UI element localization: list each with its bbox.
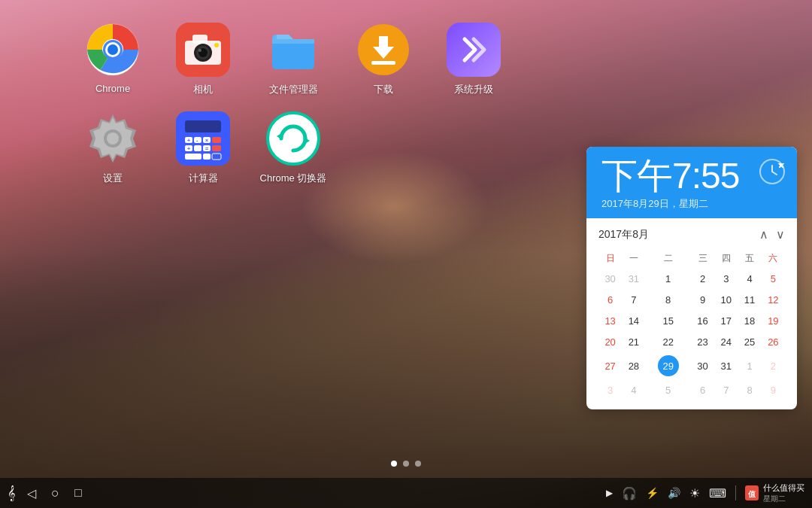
svg-rect-28 [194,145,201,151]
bluetooth-icon[interactable]: ⚡ [646,487,659,499]
download-label: 下载 [374,83,393,96]
calendar-day[interactable]: 17 [714,310,738,331]
weekday-fri: 五 [738,249,761,268]
dot-3 [415,461,421,467]
calendar-day[interactable]: 3 [598,379,622,400]
calendar-day[interactable]: 30 [598,268,622,289]
calendar-day[interactable]: 10 [714,289,738,310]
calendar-grid: 日 一 二 三 四 五 六 30311234567891011121314151… [598,249,785,400]
next-month-button[interactable]: ∨ [776,227,785,242]
svg-rect-26 [212,137,221,143]
calendar-day[interactable]: 20 [598,331,622,352]
calendar-day[interactable]: 6 [598,289,622,310]
calendar-day[interactable]: 14 [622,310,645,331]
svg-rect-32 [203,154,211,160]
day-text: 星期二 [763,494,804,504]
page-dots [391,461,421,467]
site-logo-badge: 值 [745,485,759,500]
svg-point-11 [198,49,201,52]
app-files[interactable]: 文件管理器 [256,23,331,96]
calendar-day[interactable]: 11 [738,289,761,310]
calendar-day[interactable]: 5 [646,379,691,400]
site-branding: 值 什么值得买 星期二 [745,482,804,504]
calendar-day[interactable]: 19 [762,310,785,331]
calendar-day[interactable]: 7 [714,379,738,400]
calendar-day[interactable]: 7 [622,289,645,310]
app-grid: Chrome 相机 [75,23,541,185]
calendar-day[interactable]: 2 [691,268,714,289]
app-switcher[interactable]: Chrome 切换器 [256,111,331,185]
calendar-day[interactable]: 15 [646,310,691,331]
app-camera[interactable]: 相机 [165,23,241,96]
calendar-day[interactable]: 9 [762,379,785,400]
calendar-day[interactable]: 31 [622,268,645,289]
nav-buttons: ◁ ○ □ [27,485,82,501]
app-settings[interactable]: 设置 [75,111,150,185]
calendar-day[interactable]: 2 [762,352,785,379]
calendar-day[interactable]: 6 [691,379,714,400]
app-calc[interactable]: + - × + = 计算器 [165,111,241,185]
calendar-day[interactable]: 22 [646,331,691,352]
calendar-day[interactable]: 16 [691,310,714,331]
calendar-day[interactable]: 5 [762,268,785,289]
recent-button[interactable]: □ [74,486,82,500]
svg-text:+: + [187,146,190,151]
app-chrome[interactable]: Chrome [75,23,150,96]
calendar-day[interactable]: 12 [762,289,785,310]
calendar-day[interactable]: 25 [738,331,761,352]
keyboard-icon[interactable]: ⌨ [709,486,726,500]
headphone-icon[interactable]: 🎧 [622,486,637,500]
taskbar-divider [735,485,736,500]
calendar-day[interactable]: 8 [738,379,761,400]
calendar-day[interactable]: 23 [691,331,714,352]
home-button[interactable]: ○ [51,485,59,501]
chrome-label: Chrome [95,83,130,94]
brightness-icon[interactable]: ☀ [689,486,700,500]
weekday-thu: 四 [714,249,738,268]
calendar-day[interactable]: 9 [691,289,714,310]
media-play-button[interactable]: ▶ [606,488,613,498]
calendar-day[interactable]: 27 [598,352,622,379]
calendar-day[interactable]: 8 [646,289,691,310]
upgrade-label: 系统升级 [454,83,493,96]
flyme-logo[interactable]: 𝄞 [8,485,16,501]
app-download[interactable]: 下载 [346,23,421,96]
calendar-day[interactable]: 29 [646,352,691,379]
prev-month-button[interactable]: ∧ [759,227,768,242]
weekday-sun: 日 [598,249,622,268]
calendar-day[interactable]: 28 [622,352,645,379]
calendar-day[interactable]: 1 [738,352,761,379]
calendar-day[interactable]: 4 [738,268,761,289]
taskbar-left: 𝄞 ◁ ○ □ [8,485,82,501]
svg-text:+: + [187,138,190,143]
files-label: 文件管理器 [269,83,318,96]
calendar-day[interactable]: 1 [646,268,691,289]
svg-rect-33 [212,154,221,160]
back-button[interactable]: ◁ [27,486,36,500]
svg-rect-22 [185,120,221,132]
settings-label: 设置 [103,172,123,185]
calendar-day[interactable]: 24 [714,331,738,352]
calendar-day[interactable]: 21 [622,331,645,352]
svg-rect-31 [185,154,201,160]
svg-text:=: = [205,146,208,151]
volume-icon[interactable]: 🔊 [668,487,680,499]
calendar-day[interactable]: 26 [762,331,785,352]
calendar-day[interactable]: 3 [714,268,738,289]
taskbar: 𝄞 ◁ ○ □ ▶ 🎧 ⚡ 🔊 ☀ ⌨ 值 什么值得买 星期二 [0,478,812,508]
month-label: 2017年8月 [598,228,649,242]
app-upgrade[interactable]: 系统升级 [436,23,511,96]
switcher-label: Chrome 切换器 [260,172,327,185]
calendar-day[interactable]: 13 [598,310,622,331]
calendar-day[interactable]: 30 [691,352,714,379]
svg-rect-7 [192,35,208,44]
calendar-day[interactable]: 18 [738,310,761,331]
weekday-mon: 一 [622,249,645,268]
clock-icon [759,158,786,185]
weekday-tue: 二 [646,249,691,268]
clock-time: 下午7:55 [601,158,782,194]
calendar-day[interactable]: 4 [622,379,645,400]
svg-point-4 [108,44,118,55]
month-nav: 2017年8月 ∧ ∨ [598,227,785,242]
calendar-day[interactable]: 31 [714,352,738,379]
